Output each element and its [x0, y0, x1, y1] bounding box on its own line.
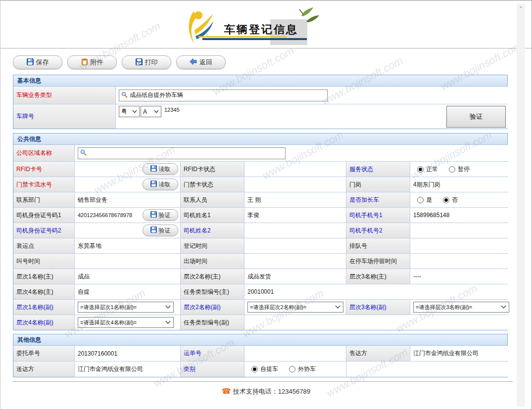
verify-id1-button-text: 420123456678678978 [78, 212, 132, 218]
extended-truck-radio-1[interactable] [443, 197, 449, 203]
verify-id2-button: 验证 [75, 223, 180, 238]
company-area-input [75, 145, 510, 161]
vehicle-business-type-input[interactable]: 成品纸自提外协车辆 [119, 90, 328, 101]
level3-sub-label: 层次3名称(副) [346, 300, 410, 315]
scroll-up-icon: ⌃ [517, 5, 525, 12]
service-status-option-0: 正常 [417, 165, 438, 174]
back-arrow-icon [190, 58, 197, 66]
chevron-down-icon [154, 110, 159, 113]
level3-sub-select[interactable]: =请选择层次3名称(副)= [413, 302, 509, 313]
level2-sub-select-value: =请选择层次2名称(副)= [250, 304, 306, 311]
level4-sub-select: =请选择层次4名称(副)= [75, 315, 180, 330]
print-button[interactable]: 打印 [122, 55, 171, 69]
sold-to-value: 江门市金鸿纸业有限公司 [410, 346, 510, 361]
footer: ☎技术支持电话：123456789 [0, 387, 532, 396]
exit-time-label: 出场时间 [181, 254, 244, 269]
driver-phone2-label: 司机手机号2 [346, 223, 410, 238]
contact-dept-label: 联系部门 [13, 192, 74, 207]
vertical-scrollbar[interactable]: ⌃ [517, 3, 525, 407]
access-card-status-value [244, 177, 346, 192]
extended-truck-option-label-1: 否 [452, 196, 458, 204]
public-info-title: 公共信息 [13, 134, 507, 145]
driver-id1-label: 司机身份证号码1 [13, 208, 74, 223]
contact-dept-value: 销售部业务 [75, 192, 180, 207]
service-status-option-1: 暂停 [449, 165, 470, 174]
call-time-label: 叫号时间 [13, 254, 74, 269]
level1-sub-select[interactable]: =请选择层次1名称(副)= [78, 302, 174, 313]
level1-main-value: 成品 [75, 269, 180, 284]
read-access-card-button-label: 读取 [159, 181, 171, 189]
level4-sub-select-value: =请选择层次4名称(副)= [80, 319, 137, 326]
level1-sub-select: =请选择层次1名称(副)= [75, 300, 180, 315]
basic-info-title: 基本信息 [13, 75, 507, 87]
verify-id2-button[interactable]: 验证 [143, 225, 178, 236]
loading-point-label: 装运点 [13, 238, 74, 253]
company-area-label: 公司区域名称 [13, 145, 74, 161]
driver-name2-value [244, 223, 346, 238]
plate-province-select[interactable]: 粤 [119, 106, 140, 117]
save-button[interactable]: 保存 [13, 55, 62, 69]
gate-post-label: 门岗 [346, 177, 410, 192]
back-button-label: 返回 [199, 58, 212, 67]
rfid-status-value [244, 162, 346, 177]
plate-letter-select[interactable]: A [141, 106, 161, 117]
chevron-down-icon [335, 304, 340, 310]
level1-sub-select-value: =请选择层次1名称(副)= [80, 304, 137, 311]
level2-sub-select[interactable]: =请选择层次2名称(副)= [247, 302, 343, 313]
exit-time-value [244, 254, 346, 269]
level4-sub-select[interactable]: =请选择层次4名称(副)= [78, 317, 174, 328]
level4-sub-label: 层次4名称(副) [13, 315, 74, 330]
read-access-card-button[interactable]: 读取 [143, 179, 178, 190]
category-option-1: 外协车 [289, 365, 316, 373]
category-radio-1[interactable] [289, 366, 295, 372]
read-rfid-button: 读取 [75, 162, 180, 177]
plate-province-value: 粤 [121, 107, 127, 116]
ship-to-value: 江门市金鸿纸业有限公司 [75, 362, 180, 377]
category-extra-value [346, 362, 510, 377]
floppy-icon [27, 58, 34, 67]
contact-person-value: 王 朔 [244, 192, 346, 207]
plate-verify-button[interactable]: 验证 [446, 106, 506, 128]
driver-phone1-value: 15899685148 [410, 208, 510, 223]
loading-point-value: 东莞基地 [75, 238, 180, 253]
page-header: 车辆登记信息 [0, 0, 532, 48]
consignment-no-label: 委托单号 [13, 346, 74, 361]
rfid-status-label: RFID卡状态 [181, 162, 244, 177]
vehicle-business-type-value: 成品纸自提外协车辆 [130, 91, 183, 99]
waybill-no-label: 运单号 [181, 346, 244, 361]
rfid-card-label: RFID卡号 [13, 162, 74, 177]
read-rfid-button[interactable]: 读取 [143, 163, 178, 175]
attachment-button[interactable]: 附件 [67, 55, 117, 69]
driver-name1-value: 李俊 [244, 208, 346, 223]
plate-letter-value: A [143, 108, 147, 115]
extended-truck: 是否 [410, 192, 510, 207]
floppy-icon [150, 181, 157, 188]
level2-main-label: 层次2名称(主) [181, 269, 244, 284]
floppy-icon [150, 165, 157, 173]
back-button[interactable]: 返回 [176, 55, 226, 69]
company-area-input-magnifier-icon [80, 149, 87, 157]
waybill-no-value [244, 346, 346, 361]
driver-phone1-label: 司机手机号1 [346, 208, 410, 223]
level4-main-label: 层次4名称(主) [13, 284, 74, 299]
queue-no-value [410, 238, 510, 253]
ship-to-label: 送达方 [13, 362, 74, 377]
level1-main-label: 层次1名称(主) [13, 269, 74, 284]
category-radio-0[interactable] [251, 366, 258, 372]
service-status-radio-0[interactable] [417, 166, 424, 173]
company-area-input[interactable] [78, 147, 286, 159]
category: 自提车外协车 [244, 362, 346, 377]
section-public-info: 公共信息 公司区域名称RFID卡号读取RFID卡状态服务状态正常暂停门禁卡流水号… [13, 133, 508, 330]
service-status-radio-1[interactable] [449, 166, 455, 173]
register-time-label: 登记时间 [181, 238, 244, 253]
call-time-value [75, 254, 180, 269]
section-basic-info: 基本信息 车辆业务类型 成品纸自提外协车辆 车牌号 粤 A [13, 75, 508, 129]
extended-truck-radio-0[interactable] [417, 197, 424, 203]
access-card-label: 门禁卡流水号 [13, 177, 74, 192]
task-type-sub-value [244, 315, 510, 330]
extended-truck-option-0: 是 [417, 196, 432, 204]
verify-id1-button[interactable]: 验证 [143, 209, 178, 221]
vehicle-business-type-cell: 成品纸自提外协车辆 [116, 87, 508, 104]
page-title: 车辆登记信息 [224, 22, 298, 37]
chevron-down-icon [132, 110, 137, 113]
